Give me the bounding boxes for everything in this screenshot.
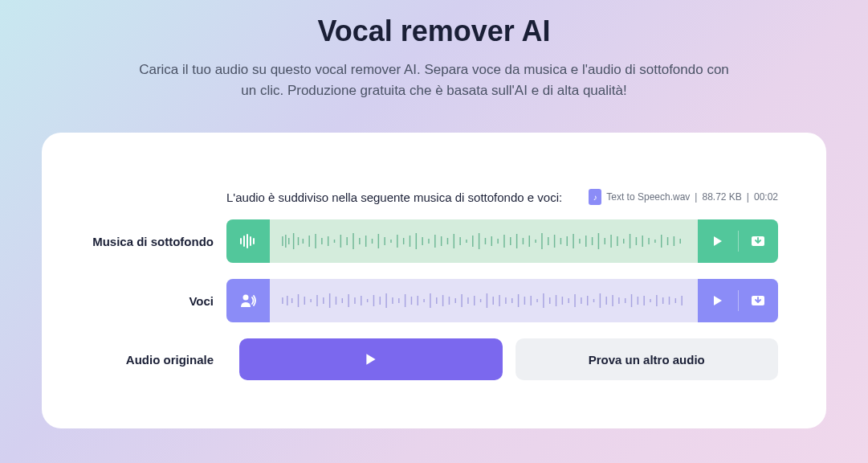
download-button-music[interactable] — [738, 219, 778, 263]
track-row-vocals: Voci — [90, 279, 778, 322]
file-size: 88.72 KB — [702, 191, 741, 203]
page-title: Vocal remover AI — [0, 0, 868, 48]
page-subtitle: Carica il tuo audio su questo vocal remo… — [137, 59, 731, 100]
try-another-button[interactable]: Prova un altro audio — [516, 338, 779, 380]
play-button-music[interactable] — [698, 219, 738, 263]
download-icon — [751, 235, 765, 248]
track-label-vocals: Voci — [90, 294, 226, 308]
play-button-vocals[interactable] — [698, 279, 738, 322]
play-icon — [711, 294, 724, 307]
waveform-vocals[interactable] — [270, 279, 698, 322]
track-label-music: Musica di sottofondo — [90, 235, 226, 248]
main-card: L'audio è suddiviso nella seguente music… — [42, 133, 826, 428]
track-row-music: Musica di sottofondo — [90, 219, 778, 263]
voice-icon — [226, 279, 270, 322]
play-icon — [364, 352, 378, 367]
svg-point-72 — [243, 295, 249, 301]
original-audio-label: Audio originale — [90, 353, 226, 367]
play-icon — [711, 235, 724, 248]
play-original-button[interactable] — [239, 338, 503, 380]
waveform-music[interactable] — [270, 219, 698, 263]
waveform-icon — [226, 219, 270, 263]
download-button-vocals[interactable] — [738, 279, 778, 322]
file-name: Text to Speech.wav — [606, 191, 690, 203]
file-duration: 00:02 — [754, 191, 778, 203]
download-icon — [751, 294, 765, 307]
audio-file-icon: ♪ — [589, 189, 601, 205]
split-description: L'audio è suddiviso nella seguente music… — [226, 191, 562, 204]
file-info-badge: ♪ Text to Speech.wav | 88.72 KB | 00:02 — [589, 189, 778, 205]
